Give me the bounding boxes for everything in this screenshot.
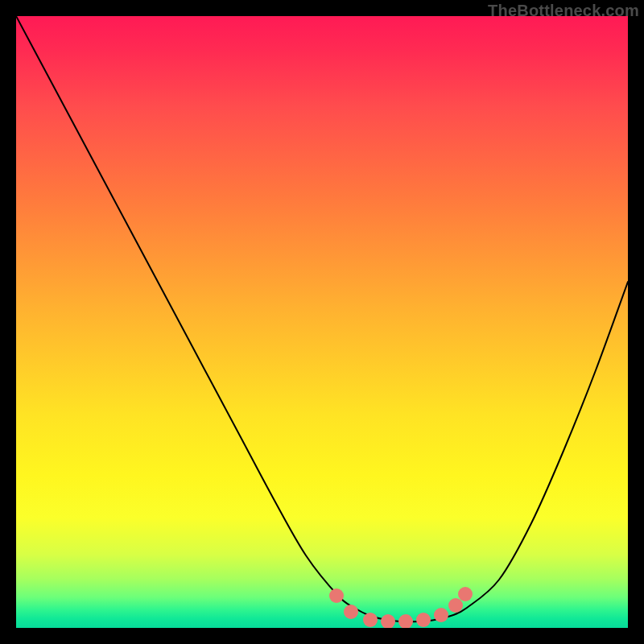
valley-markers [329,587,473,628]
valley-dot [329,588,344,603]
bottleneck-curve [16,16,628,621]
valley-dot [448,598,463,613]
valley-dot [458,587,473,601]
valley-dot [363,613,378,627]
valley-dot [398,614,413,628]
valley-dot [416,613,431,627]
plot-area [16,16,628,628]
valley-dot [344,605,358,619]
valley-dot [381,614,395,628]
curve-layer [16,16,628,628]
valley-dot [434,608,448,622]
chart-frame: TheBottleneck.com [0,0,644,644]
watermark-text: TheBottleneck.com [488,2,639,20]
